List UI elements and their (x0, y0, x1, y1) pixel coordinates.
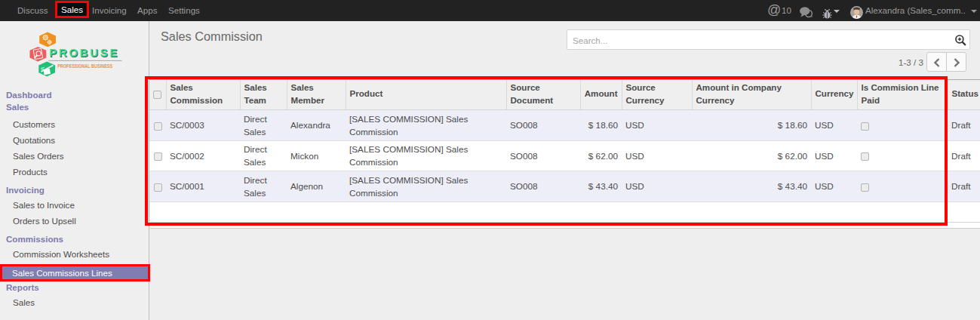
svg-text:PROFESSIONAL BUSINESS: PROFESSIONAL BUSINESS (57, 63, 112, 69)
svg-text:PROBUSE: PROBUSE (49, 46, 120, 59)
